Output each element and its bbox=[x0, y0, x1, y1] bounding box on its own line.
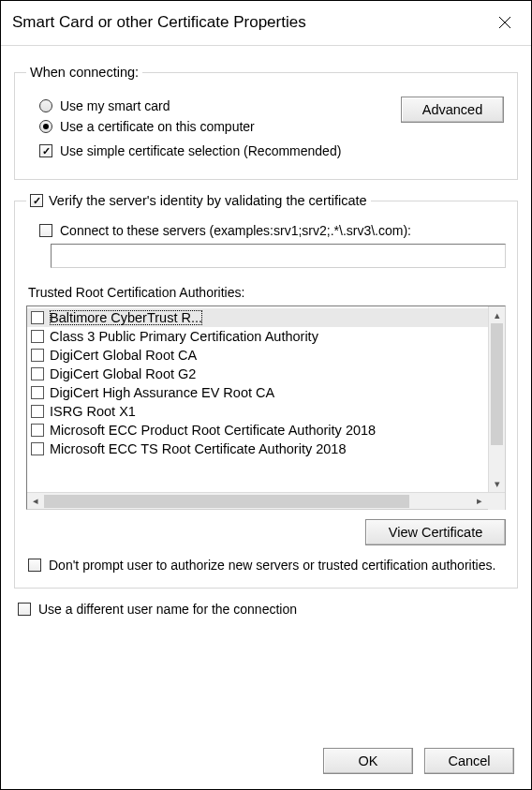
checkbox-no-prompt[interactable]: Don't prompt user to authorize new serve… bbox=[28, 557, 504, 574]
vertical-scrollbar[interactable]: ▴ ▾ bbox=[488, 306, 505, 492]
titlebar: Smart Card or other Certificate Properti… bbox=[1, 1, 531, 46]
checkbox-label: Don't prompt user to authorize new serve… bbox=[49, 557, 495, 574]
list-item[interactable]: Class 3 Public Primary Certification Aut… bbox=[27, 327, 488, 346]
scroll-track[interactable] bbox=[489, 445, 505, 475]
verify-legend-label: Verify the server's identity by validati… bbox=[49, 193, 367, 208]
radio-label: Use a certificate on this computer bbox=[60, 119, 255, 134]
close-button[interactable] bbox=[490, 11, 520, 34]
checkbox-connect-servers[interactable]: Connect to these servers (examples:srv1;… bbox=[39, 223, 506, 238]
checkbox-icon bbox=[31, 349, 44, 362]
advanced-button[interactable]: Advanced bbox=[401, 97, 504, 123]
list-item-label: ISRG Root X1 bbox=[50, 404, 136, 419]
radio-label: Use my smart card bbox=[60, 98, 170, 113]
window-title: Smart Card or other Certificate Properti… bbox=[12, 13, 306, 32]
list-item[interactable]: Baltimore CyberTrust R... bbox=[27, 308, 488, 327]
checkbox-simple-selection[interactable]: Use simple certificate selection (Recomm… bbox=[39, 143, 506, 158]
trusted-root-listbox[interactable]: Baltimore CyberTrust R...Class 3 Public … bbox=[26, 306, 506, 510]
cancel-button[interactable]: Cancel bbox=[424, 748, 514, 774]
checkbox-label: Use simple certificate selection (Recomm… bbox=[60, 143, 341, 158]
trusted-root-label: Trusted Root Certification Authorities: bbox=[28, 285, 506, 300]
list-item[interactable]: DigiCert Global Root G2 bbox=[27, 365, 488, 383]
scroll-right-arrow[interactable]: ▸ bbox=[471, 493, 488, 510]
checkbox-icon bbox=[28, 559, 41, 572]
verify-legend[interactable]: Verify the server's identity by validati… bbox=[26, 193, 371, 208]
checkbox-icon bbox=[31, 442, 44, 455]
when-connecting-legend: When connecting: bbox=[26, 65, 142, 80]
list-item-label: DigiCert Global Root G2 bbox=[50, 366, 196, 381]
scroll-down-arrow[interactable]: ▾ bbox=[489, 475, 505, 492]
checkbox-icon bbox=[39, 144, 52, 157]
scroll-thumb[interactable] bbox=[44, 495, 409, 508]
checkbox-different-user[interactable]: Use a different user name for the connec… bbox=[18, 602, 514, 617]
checkbox-icon bbox=[31, 424, 44, 437]
list-item-label: Microsoft ECC TS Root Certificate Author… bbox=[50, 441, 346, 456]
scroll-left-arrow[interactable]: ◂ bbox=[27, 493, 44, 510]
list-item[interactable]: DigiCert Global Root CA bbox=[27, 346, 488, 365]
checkbox-icon bbox=[31, 330, 44, 343]
checkbox-icon bbox=[18, 603, 31, 616]
radio-icon bbox=[39, 120, 52, 133]
servers-input[interactable] bbox=[51, 244, 506, 268]
view-certificate-button[interactable]: View Certificate bbox=[365, 519, 506, 545]
checkbox-icon bbox=[31, 405, 44, 418]
close-icon bbox=[498, 16, 511, 29]
checkbox-icon bbox=[31, 311, 44, 324]
list-item-label: DigiCert Global Root CA bbox=[50, 348, 197, 363]
checkbox-label: Connect to these servers (examples:srv1;… bbox=[60, 223, 411, 238]
when-connecting-group: When connecting: Advanced Use my smart c… bbox=[14, 65, 518, 180]
list-item-label: Microsoft ECC Product Root Certificate A… bbox=[50, 423, 376, 438]
list-item[interactable]: ISRG Root X1 bbox=[27, 402, 488, 421]
scroll-thumb[interactable] bbox=[491, 323, 503, 445]
horizontal-scrollbar[interactable]: ◂ ▸ bbox=[27, 492, 505, 509]
list-item-label: Class 3 Public Primary Certification Aut… bbox=[50, 329, 318, 344]
checkbox-icon bbox=[30, 194, 43, 207]
verify-group: Verify the server's identity by validati… bbox=[14, 193, 518, 589]
list-item-label: DigiCert High Assurance EV Root CA bbox=[50, 385, 274, 400]
ok-button[interactable]: OK bbox=[323, 748, 413, 774]
list-item[interactable]: Microsoft ECC TS Root Certificate Author… bbox=[27, 440, 488, 458]
scroll-up-arrow[interactable]: ▴ bbox=[489, 306, 505, 323]
checkbox-icon bbox=[31, 367, 44, 380]
list-item-label: Baltimore CyberTrust R... bbox=[50, 310, 202, 325]
radio-icon bbox=[39, 99, 52, 112]
checkbox-icon bbox=[39, 224, 52, 237]
list-item[interactable]: Microsoft ECC Product Root Certificate A… bbox=[27, 421, 488, 440]
checkbox-label: Use a different user name for the connec… bbox=[38, 602, 297, 617]
scroll-corner bbox=[488, 493, 505, 510]
checkbox-icon bbox=[31, 386, 44, 399]
list-item[interactable]: DigiCert High Assurance EV Root CA bbox=[27, 383, 488, 402]
